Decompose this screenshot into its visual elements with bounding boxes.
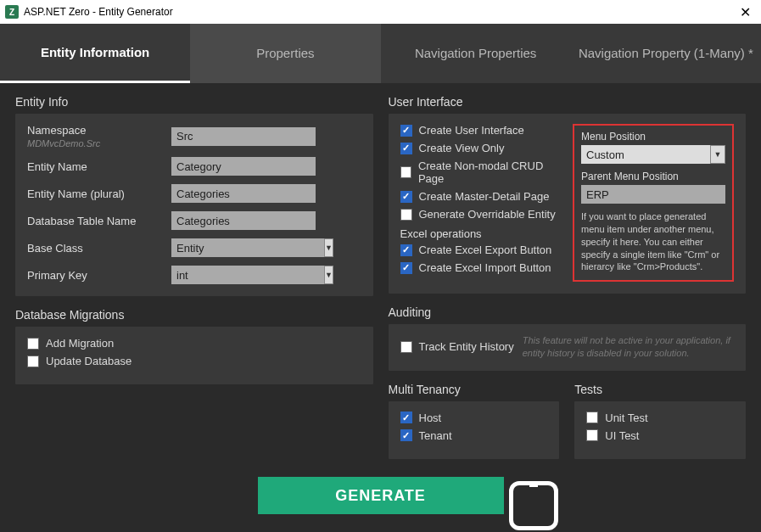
parent-menu-label: Parent Menu Position <box>581 171 725 182</box>
close-icon[interactable]: ✕ <box>735 4 756 20</box>
ui-test-label: UI Test <box>605 429 639 442</box>
entity-info-panel: Namespace MDMvcDemo.Src Entity Name Enti… <box>15 114 373 296</box>
namespace-input[interactable] <box>171 127 316 146</box>
auditing-heading: Auditing <box>389 305 747 319</box>
menu-position-select[interactable] <box>581 145 710 164</box>
track-entity-history-checkbox[interactable] <box>400 341 412 353</box>
title-bar: Z ASP.NET Zero - Entity Generator ✕ <box>0 0 761 24</box>
tests-heading: Tests <box>574 383 746 396</box>
entity-name-input[interactable] <box>171 157 316 176</box>
db-migrations-heading: Database Migrations <box>15 308 373 322</box>
host-checkbox[interactable] <box>400 412 412 423</box>
device-icon <box>509 481 568 532</box>
excel-export-checkbox[interactable] <box>400 244 412 256</box>
parent-menu-help: If you want to place generated menu item… <box>581 210 725 273</box>
update-database-label: Update Database <box>46 355 131 367</box>
tab-navigation-properties[interactable]: Navigation Properties <box>381 24 571 83</box>
tenant-checkbox[interactable] <box>400 429 412 441</box>
create-ui-checkbox[interactable] <box>400 125 412 137</box>
tab-entity-information[interactable]: Entity Information <box>0 24 190 83</box>
excel-import-label: Create Excel Import Button <box>419 261 551 274</box>
create-nonmodal-checkbox[interactable] <box>400 166 411 178</box>
menu-position-label: Menu Position <box>581 131 725 143</box>
chevron-down-icon[interactable]: ▼ <box>710 145 725 164</box>
tenant-label: Tenant <box>419 429 452 442</box>
update-database-checkbox[interactable] <box>27 356 39 367</box>
namespace-label: Namespace <box>27 124 171 137</box>
multi-tenancy-heading: Multi Tenancy <box>389 383 560 396</box>
create-master-detail-checkbox[interactable] <box>400 191 412 203</box>
window-title: ASP.NET Zero - Entity Generator <box>24 6 173 18</box>
base-class-select[interactable] <box>171 238 324 257</box>
generate-bar: GENERATE <box>0 468 761 532</box>
entity-name-plural-label: Entity Name (plural) <box>27 188 171 200</box>
add-migration-checkbox[interactable] <box>27 338 39 350</box>
unit-test-label: Unit Test <box>605 412 647 424</box>
excel-operations-heading: Excel operations <box>400 227 565 240</box>
create-view-only-checkbox[interactable] <box>400 143 412 154</box>
db-migrations-panel: Add Migration Update Database <box>15 327 373 384</box>
menu-position-box: Menu Position ▼ Parent Menu Position If … <box>573 124 734 282</box>
generate-overridable-checkbox[interactable] <box>400 209 412 221</box>
chevron-down-icon[interactable]: ▼ <box>324 238 333 257</box>
ui-panel: Create User Interface Create View Only C… <box>389 114 747 294</box>
add-migration-label: Add Migration <box>46 337 114 350</box>
app-icon: Z <box>5 5 19 19</box>
entity-name-label: Entity Name <box>27 160 171 173</box>
create-ui-label: Create User Interface <box>419 124 524 137</box>
chevron-down-icon[interactable]: ▼ <box>324 266 333 284</box>
multi-tenancy-panel: Host Tenant <box>389 401 560 459</box>
db-table-label: Database Table Name <box>27 215 171 227</box>
create-view-only-label: Create View Only <box>419 142 505 154</box>
unit-test-checkbox[interactable] <box>586 412 598 423</box>
create-nonmodal-label: Create Non-modal CRUD Page <box>418 160 564 185</box>
tab-properties[interactable]: Properties <box>190 24 380 83</box>
generate-button[interactable]: GENERATE <box>258 477 504 514</box>
base-class-label: Base Class <box>27 242 171 255</box>
generate-overridable-label: Generate Overridable Entity <box>419 208 556 221</box>
host-label: Host <box>419 412 442 424</box>
excel-import-checkbox[interactable] <box>400 262 412 274</box>
tests-panel: Unit Test UI Test <box>574 401 746 459</box>
auditing-help: This feature will not be active in your … <box>523 334 734 359</box>
primary-key-label: Primary Key <box>27 269 171 282</box>
ui-test-checkbox[interactable] <box>586 429 598 441</box>
tab-navigation-property-1many[interactable]: Navigation Property (1-Many) * <box>571 24 761 83</box>
create-master-detail-label: Create Master-Detail Page <box>419 190 550 203</box>
tab-strip: Entity Information Properties Navigation… <box>0 24 761 83</box>
entity-info-heading: Entity Info <box>15 95 373 109</box>
auditing-panel: Track Entity History This feature will n… <box>389 324 747 371</box>
db-table-input[interactable] <box>171 211 316 230</box>
ui-heading: User Interface <box>389 95 747 109</box>
excel-export-label: Create Excel Export Button <box>419 244 552 256</box>
primary-key-select[interactable] <box>171 266 324 284</box>
track-entity-history-label: Track Entity History <box>419 340 514 353</box>
entity-name-plural-input[interactable] <box>171 184 316 203</box>
parent-menu-input[interactable] <box>581 185 725 204</box>
namespace-hint: MDMvcDemo.Src <box>27 138 171 148</box>
